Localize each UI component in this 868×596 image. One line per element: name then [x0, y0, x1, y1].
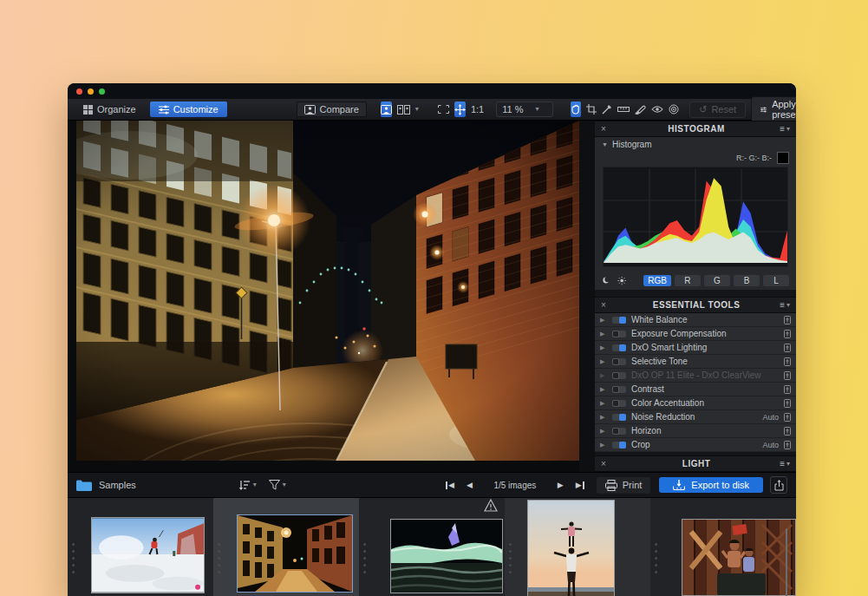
tool-row[interactable]: ▶ Horizon — [595, 424, 796, 438]
white-balance-picker-button[interactable] — [602, 102, 612, 117]
enable-toggle[interactable] — [612, 400, 626, 407]
adjustment-popout-icon[interactable] — [784, 316, 791, 324]
sort-button[interactable]: ▾ — [238, 480, 257, 490]
expander-triangle-icon[interactable]: ▶ — [600, 331, 607, 337]
enable-toggle[interactable] — [612, 414, 626, 421]
channel-g-button[interactable]: G — [704, 275, 730, 286]
repair-brush-button[interactable] — [635, 102, 646, 117]
tool-row[interactable]: ▶ White Balance — [595, 313, 796, 327]
single-image-view-button[interactable] — [381, 102, 392, 117]
adjustment-popout-icon[interactable] — [784, 427, 791, 436]
red-eye-tool-button[interactable] — [651, 102, 663, 117]
thumbnail-night-street[interactable] — [213, 498, 359, 596]
last-image-button[interactable]: ▶ — [576, 481, 584, 489]
adjustment-popout-icon[interactable] — [784, 330, 791, 338]
star-rating[interactable] — [509, 543, 512, 573]
filter-button[interactable]: ▾ — [269, 480, 286, 490]
thumbnail-ocean-waves[interactable] — [359, 498, 505, 596]
tool-row[interactable]: ▶ DxO OP 11 Elite - DxO ClearView — [595, 369, 796, 383]
enable-toggle[interactable] — [612, 386, 626, 393]
thumbnail-scrollbar[interactable] — [786, 528, 787, 596]
tool-row[interactable]: ▶ DxO Smart Lighting — [595, 341, 796, 355]
zoom-1to1-button[interactable]: 1:1 — [471, 104, 484, 115]
essential-tools-menu-icon[interactable]: ≡▾ — [780, 300, 790, 310]
tab-organize[interactable]: Organize — [75, 102, 145, 117]
light-menu-icon[interactable]: ≡▾ — [780, 459, 790, 468]
star-rating[interactable] — [72, 543, 75, 573]
zoom-window-icon[interactable] — [99, 88, 105, 95]
photo-night-street[interactable] — [76, 121, 579, 461]
expander-triangle-icon[interactable]: ▶ — [600, 400, 607, 407]
tool-row[interactable]: ▶ Selective Tone — [595, 355, 796, 369]
expander-triangle-icon[interactable]: ▶ — [600, 428, 607, 435]
tool-row[interactable]: ▶ Noise Reduction Auto — [595, 410, 796, 424]
adjustment-popout-icon[interactable] — [784, 357, 791, 366]
horizon-tool-button[interactable] — [617, 102, 630, 117]
channel-r-button[interactable]: R — [675, 275, 701, 286]
split-view-button[interactable] — [397, 102, 410, 117]
adjustment-popout-icon[interactable] — [784, 441, 791, 449]
reset-button[interactable]: ↺ Reset — [689, 102, 746, 118]
expander-triangle-icon[interactable]: ▶ — [600, 442, 607, 449]
enable-toggle[interactable] — [612, 344, 626, 351]
expander-triangle-icon[interactable]: ▶ — [600, 414, 607, 421]
channel-b-button[interactable]: B — [734, 275, 760, 286]
enable-toggle[interactable] — [612, 317, 626, 324]
tab-customize[interactable]: Customize — [150, 102, 227, 117]
thumbnail-beach-acrobatics[interactable] — [505, 498, 650, 596]
expander-triangle-icon[interactable]: ▶ — [600, 386, 607, 393]
tool-row[interactable]: ▶ Color Accentuation — [595, 396, 796, 410]
channel-rgb-button[interactable]: RGB — [643, 275, 671, 286]
collapse-triangle-icon[interactable]: ▼ — [602, 141, 608, 147]
enable-toggle[interactable] — [612, 331, 626, 337]
minimize-window-icon[interactable] — [88, 88, 94, 95]
hand-tool-button[interactable] — [571, 102, 581, 117]
adjustment-popout-icon[interactable] — [784, 413, 791, 422]
tool-row[interactable]: ▶ Contrast — [595, 383, 796, 396]
histogram-menu-icon[interactable]: ≡▾ — [780, 124, 790, 134]
highlight-clipping-sun-icon[interactable] — [617, 274, 626, 287]
thumbnail-wooden-house[interactable] — [650, 498, 796, 596]
share-button[interactable] — [770, 476, 787, 494]
apply-preset-button[interactable]: Apply preset — [751, 96, 796, 122]
crop-tool-button[interactable] — [586, 102, 597, 117]
adjustment-popout-icon[interactable] — [784, 344, 791, 352]
folder-label[interactable]: Samples — [99, 480, 136, 490]
expander-triangle-icon[interactable]: ▶ — [600, 358, 607, 365]
enable-toggle[interactable] — [612, 358, 626, 365]
pan-view-button[interactable] — [454, 102, 466, 117]
close-essential-tools-icon[interactable]: × — [601, 300, 613, 310]
thumbnail-ski-jump[interactable] — [68, 498, 213, 596]
star-rating[interactable] — [655, 543, 657, 573]
close-window-icon[interactable] — [76, 88, 82, 95]
enable-toggle[interactable] — [612, 442, 626, 449]
panel-splitter[interactable] — [579, 121, 595, 472]
expander-triangle-icon[interactable]: ▶ — [600, 372, 607, 379]
histogram-section-row[interactable]: ▼ Histogram — [595, 137, 796, 151]
export-to-disk-button[interactable]: Export to disk — [659, 477, 763, 493]
next-image-button[interactable]: ▶ — [558, 481, 564, 489]
previous-image-button[interactable]: ◀ — [467, 481, 473, 489]
adjustment-popout-icon[interactable] — [784, 371, 791, 380]
adjustment-popout-icon[interactable] — [784, 399, 791, 408]
dust-removal-button[interactable] — [669, 102, 679, 117]
enable-toggle[interactable] — [612, 372, 626, 379]
star-rating[interactable] — [218, 543, 220, 573]
star-rating[interactable] — [363, 543, 366, 573]
shadow-clipping-moon-icon[interactable] — [602, 274, 610, 286]
close-light-icon[interactable]: × — [601, 459, 613, 468]
close-histogram-icon[interactable]: × — [601, 124, 613, 134]
tool-row[interactable]: ▶ Crop Auto — [595, 438, 796, 452]
channel-l-button[interactable]: L — [763, 275, 789, 286]
view-mode-caret-icon[interactable]: ▾ — [415, 106, 419, 113]
zoom-level-field[interactable]: 11 % ▾ — [496, 102, 553, 117]
tool-row[interactable]: ▶ Exposure Compensation — [595, 327, 796, 341]
first-image-button[interactable]: ◀ — [446, 481, 454, 489]
expander-triangle-icon[interactable]: ▶ — [600, 344, 607, 351]
fit-to-screen-button[interactable] — [438, 102, 449, 117]
adjustment-popout-icon[interactable] — [784, 385, 791, 394]
enable-toggle[interactable] — [612, 428, 626, 435]
expander-triangle-icon[interactable]: ▶ — [600, 317, 607, 324]
print-button[interactable]: Print — [597, 477, 651, 494]
compare-button[interactable]: Compare — [297, 102, 367, 117]
